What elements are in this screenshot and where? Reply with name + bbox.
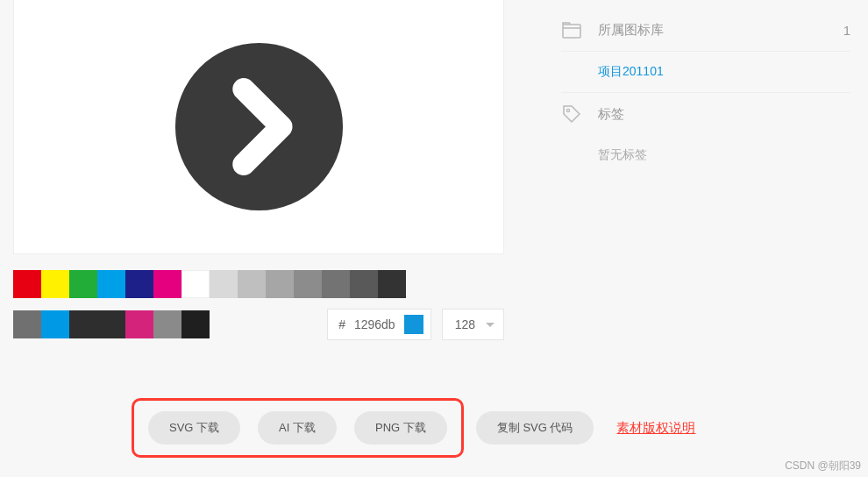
copy-svg-button[interactable]: 复制 SVG 代码: [476, 411, 594, 445]
color-palette-row-2: [13, 310, 210, 338]
color-swatch[interactable]: [181, 270, 210, 298]
copyright-link[interactable]: 素材版权说明: [616, 420, 695, 437]
folder-icon: [561, 19, 582, 40]
color-swatch[interactable]: [97, 270, 125, 298]
color-swatch[interactable]: [153, 270, 181, 298]
chevron-down-icon: [486, 323, 494, 327]
tags-empty-text: 暂无标签: [561, 135, 850, 175]
color-swatch[interactable]: [322, 270, 350, 298]
svg-download-button[interactable]: SVG 下载: [148, 411, 240, 445]
tag-icon: [561, 103, 582, 125]
library-label: 所属图标库: [598, 22, 664, 39]
chevron-right-circle-icon: [174, 41, 345, 212]
tags-meta-row: 标签: [561, 93, 850, 135]
hex-preview-swatch: [404, 315, 423, 334]
color-swatch[interactable]: [350, 270, 378, 298]
color-swatch[interactable]: [41, 310, 69, 338]
project-link[interactable]: 项目201101: [561, 52, 850, 93]
png-download-button[interactable]: PNG 下载: [354, 411, 447, 445]
color-swatch[interactable]: [153, 310, 181, 338]
hex-color-input[interactable]: # 1296db: [327, 309, 431, 340]
color-swatch[interactable]: [266, 270, 294, 298]
color-swatch[interactable]: [378, 270, 406, 298]
color-swatch[interactable]: [13, 270, 41, 298]
svg-point-0: [174, 43, 342, 210]
color-swatch[interactable]: [210, 270, 238, 298]
download-bar: SVG 下载 AI 下载 PNG 下载 复制 SVG 代码 素材版权说明: [0, 381, 868, 468]
color-swatch[interactable]: [294, 270, 322, 298]
size-value: 128: [455, 317, 475, 331]
color-swatch[interactable]: [181, 310, 210, 338]
svg-point-3: [566, 109, 569, 111]
color-swatch[interactable]: [41, 270, 69, 298]
watermark-text: CSDN @朝阳39: [785, 459, 861, 473]
color-swatch[interactable]: [69, 310, 97, 338]
hex-prefix: #: [338, 317, 345, 331]
color-swatch[interactable]: [13, 310, 41, 338]
color-swatch[interactable]: [125, 310, 153, 338]
color-swatch[interactable]: [238, 270, 266, 298]
color-swatch[interactable]: [97, 310, 125, 338]
size-dropdown[interactable]: 128: [442, 309, 504, 340]
hex-value: 1296db: [354, 317, 395, 331]
svg-rect-1: [563, 25, 580, 38]
color-palette-row-1: [13, 270, 504, 298]
color-swatch[interactable]: [69, 270, 97, 298]
icon-preview-panel: [13, 0, 504, 254]
color-swatch[interactable]: [125, 270, 153, 298]
library-count: 1: [843, 23, 850, 38]
library-meta-row: 所属图标库 1: [561, 9, 850, 52]
download-highlight-box: SVG 下载 AI 下载 PNG 下载: [132, 398, 464, 458]
tags-label: 标签: [598, 106, 624, 123]
ai-download-button[interactable]: AI 下载: [258, 411, 337, 445]
